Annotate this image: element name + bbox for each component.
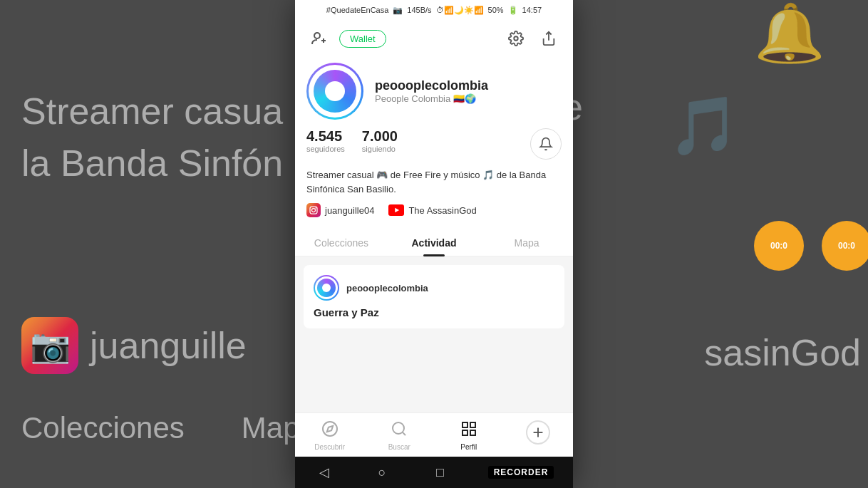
post-avatar [314,275,339,301]
nav-profile[interactable]: Perfil [434,417,504,454]
profile-icon [460,420,477,442]
svg-point-6 [312,209,316,212]
svg-point-9 [323,422,337,436]
post-title: Guerra y Paz [314,306,554,318]
avatar-circle [314,70,356,113]
post-avatar-inner [315,276,338,299]
nav-search[interactable]: Buscar [365,417,435,454]
bg-music-note-icon: 🎵 [668,93,740,160]
top-toolbar: Wallet [295,20,573,57]
battery-level: 50% [488,6,504,14]
instagram-link[interactable]: juanguille04 [306,203,374,217]
status-bar-content: #QuedateEnCasa 📷 145B/s ⏱📶🌙☀️📶 50% 🔋 14:… [326,6,542,15]
search-icon [391,420,408,442]
bg-orange-badge-1: 00:0 [754,221,804,271]
tab-mapa[interactable]: Mapa [480,229,573,256]
stat-followers: 4.545 seguidores [306,128,345,153]
status-hashtag: #QuedateEnCasa [326,6,388,14]
svg-marker-8 [396,208,400,212]
avatar-inner [309,65,361,118]
tab-colecciones[interactable]: Colecciones [295,229,388,256]
avatar-container [306,63,363,120]
stat-following: 7.000 siguiendo [362,128,398,153]
stats-row: 4.545 seguidores 7.000 siguiendo [306,128,562,160]
social-links: juanguille04 The AssasinGod [306,203,562,217]
avatar-center [325,81,345,101]
svg-point-11 [393,422,404,434]
discover-icon [321,420,339,442]
bottom-nav: Descubrir Buscar Perfil [295,412,573,457]
post-avatar-circle [317,279,336,297]
android-home-button[interactable]: ○ [372,462,392,482]
bg-bell-icon: 🔔 [754,0,825,67]
data-speed: 145B/s [407,6,431,14]
avatar-ring [306,63,363,120]
svg-rect-15 [463,430,467,435]
signal-icons: ⏱📶🌙☀️📶 [436,6,484,15]
post-avatar-center-dot [322,284,331,292]
bio-text: Streamer casual 🎮 de Free Fire y músico … [306,168,562,196]
feed-post-card: peoooplecolombia Guerra y Paz [304,265,564,328]
add-friend-button[interactable] [306,26,332,51]
svg-rect-14 [470,422,475,427]
android-recent-button[interactable]: □ [430,462,450,482]
discover-label: Descubrir [314,443,345,451]
recorder-badge: RECORDER [488,466,554,479]
instagram-icon [306,203,321,217]
profile-info: peoooplecolombia Peoople Colombia 🇨🇴🌍 [375,78,562,104]
profile-username: peoooplecolombia [375,78,562,93]
post-username: peoooplecolombia [346,283,428,294]
bg-instagram-section: 📷 juanguille [21,317,247,374]
post-author-row: peoooplecolombia [314,275,554,301]
bg-text-left: Streamer casua la Banda Sinfón [21,85,292,190]
clock: 14:57 [522,6,542,14]
svg-point-7 [315,207,316,209]
tabs-bar: Colecciones Actividad Mapa [295,229,573,256]
settings-button[interactable] [503,26,529,51]
profile-label: Perfil [460,443,477,451]
bg-right-links: sasinGod [704,331,861,374]
profile-top: peoooplecolombia Peoople Colombia 🇨🇴🌍 [306,63,562,120]
tab-actividad[interactable]: Actividad [388,229,480,256]
status-bar: #QuedateEnCasa 📷 145B/s ⏱📶🌙☀️📶 50% 🔋 14:… [295,0,573,20]
share-button[interactable] [536,26,562,51]
svg-marker-10 [327,426,333,432]
youtube-link[interactable]: The AssasinGod [388,204,476,216]
youtube-icon [388,204,404,216]
bg-insta-handle: juanguille [90,324,247,367]
bg-insta-icon: 📷 [21,317,78,374]
svg-point-0 [314,33,320,38]
android-nav-bar: ◁ ○ □ RECORDER [295,457,573,488]
bg-orange-badge-2: 00:0 [822,221,868,271]
svg-point-3 [514,36,518,41]
battery-icon: 🔋 [508,6,518,15]
phone-screen: #QuedateEnCasa 📷 145B/s ⏱📶🌙☀️📶 50% 🔋 14:… [295,0,573,488]
svg-line-12 [403,432,405,435]
nav-discover[interactable]: Descubrir [295,417,365,454]
camera-icon: 📷 [393,6,403,15]
profile-section: peoooplecolombia Peoople Colombia 🇨🇴🌍 4.… [295,57,573,229]
bg-tabs: Colecciones Mapa [21,411,316,445]
search-label: Buscar [388,443,410,451]
nav-add[interactable] [504,417,574,454]
add-button[interactable] [526,420,550,445]
wallet-button[interactable]: Wallet [339,30,386,48]
profile-display-name: Peoople Colombia 🇨🇴🌍 [375,93,562,104]
svg-rect-13 [463,422,467,427]
android-back-button[interactable]: ◁ [314,462,334,482]
feed-area: peoooplecolombia Guerra y Paz [295,256,573,412]
notification-bell-button[interactable] [530,128,562,160]
svg-rect-16 [470,430,475,435]
